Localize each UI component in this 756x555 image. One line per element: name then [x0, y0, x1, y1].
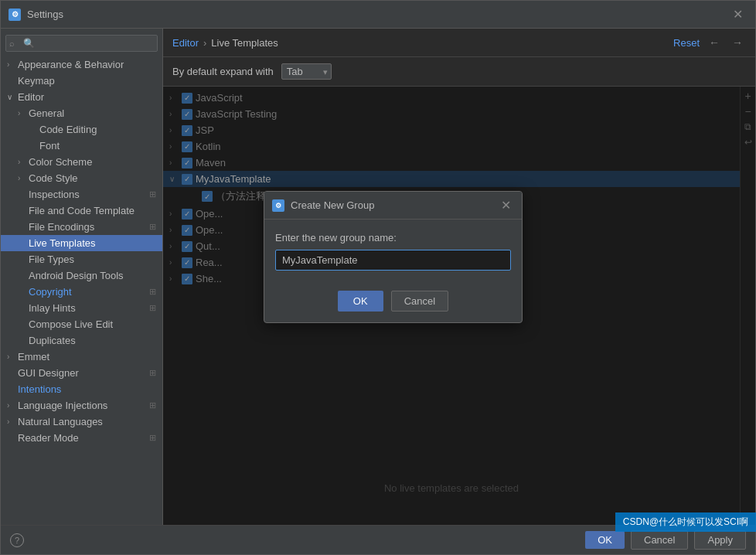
sidebar-item-label: Intentions	[18, 383, 61, 395]
inlay-hints-icon: ⊞	[149, 303, 156, 313]
modal-footer: OK Cancel	[264, 283, 522, 322]
sidebar-item-keymap[interactable]: Keymap	[1, 73, 162, 89]
help-button[interactable]: ?	[10, 533, 24, 547]
sidebar-item-label: Inspections	[29, 189, 80, 200]
header-actions: Reset ← →	[673, 35, 746, 50]
sidebar-item-language-injections[interactable]: › Language Injections ⊞	[1, 397, 162, 414]
sidebar-item-label: File and Code Template	[29, 205, 135, 216]
arrow-icon: ›	[7, 417, 15, 426]
sidebar-item-gui-designer[interactable]: GUI Designer ⊞	[1, 365, 162, 381]
sidebar-item-label: Emmet	[18, 351, 49, 363]
sidebar-item-label: File Encodings	[29, 221, 94, 233]
nav-forward-button[interactable]: →	[729, 35, 746, 50]
sidebar-item-label: Appearance & Behavior	[18, 59, 124, 70]
search-icon: ⌕	[9, 39, 15, 48]
search-box: ⌕	[5, 35, 158, 52]
sidebar-item-intentions[interactable]: Intentions	[1, 381, 162, 397]
sidebar-item-file-types[interactable]: File Types	[1, 251, 162, 267]
sidebar-item-natural-languages[interactable]: › Natural Languages	[1, 414, 162, 430]
gui-icon: ⊞	[149, 368, 156, 378]
content-area: ⌕ › Appearance & Behavior Keymap ∨ Edito…	[1, 29, 755, 525]
modal-cancel-button[interactable]: Cancel	[391, 291, 448, 312]
sidebar: ⌕ › Appearance & Behavior Keymap ∨ Edito…	[1, 29, 163, 525]
settings-window: ⚙ Settings ✕ ⌕ › Appearance & Behavior K…	[0, 0, 756, 555]
sidebar-item-label: File Types	[29, 254, 74, 265]
sidebar-item-label: Code Editing	[39, 124, 97, 135]
arrow-icon: ›	[7, 352, 15, 361]
apply-button[interactable]: Apply	[694, 530, 746, 550]
reset-button[interactable]: Reset	[673, 37, 700, 49]
sidebar-item-inlay-hints[interactable]: Inlay Hints ⊞	[1, 300, 162, 316]
sidebar-item-font[interactable]: Font	[1, 138, 162, 154]
create-group-modal: ⚙ Create New Group ✕ Enter the new group…	[264, 191, 523, 323]
expand-label: By default expand with	[172, 66, 274, 77]
sidebar-item-code-style[interactable]: › Code Style	[1, 170, 162, 186]
modal-title-content: ⚙ Create New Group	[272, 199, 374, 212]
modal-overlay: ⚙ Create New Group ✕ Enter the new group…	[163, 87, 755, 525]
sidebar-item-copyright[interactable]: Copyright ⊞	[1, 284, 162, 300]
title-bar: ⚙ Settings ✕	[1, 1, 755, 29]
sidebar-item-label: Font	[39, 140, 60, 152]
sidebar-item-live-templates[interactable]: Live Templates	[1, 235, 162, 251]
close-icon[interactable]: ✕	[728, 5, 747, 23]
panel-body: › ✓ JavaScript › ✓ JavaScript Testing › …	[163, 87, 755, 525]
main-panel: Editor › Live Templates Reset ← → By def…	[163, 29, 755, 525]
inspections-icon: ⊞	[149, 189, 156, 199]
nav-back-button[interactable]: ←	[706, 35, 723, 50]
expand-select[interactable]: Tab Space Enter	[281, 63, 332, 80]
sidebar-item-label: Copyright	[29, 286, 72, 298]
sidebar-item-color-scheme[interactable]: › Color Scheme	[1, 154, 162, 170]
sidebar-item-code-editing[interactable]: Code Editing	[1, 121, 162, 138]
reader-icon: ⊞	[149, 433, 156, 443]
sidebar-item-general[interactable]: › General	[1, 105, 162, 121]
breadcrumb: Editor › Live Templates	[172, 37, 278, 49]
modal-title: Create New Group	[291, 199, 374, 211]
sidebar-item-label: Language Injections	[18, 400, 107, 411]
arrow-icon: ∨	[7, 93, 15, 101]
sidebar-item-compose-live-edit[interactable]: Compose Live Edit	[1, 316, 162, 332]
bottom-left: ?	[10, 533, 24, 547]
sidebar-item-label: Code Style	[29, 172, 78, 184]
breadcrumb-parent[interactable]: Editor	[172, 37, 199, 49]
sidebar-item-label: Reader Mode	[18, 432, 79, 444]
modal-ok-button[interactable]: OK	[338, 291, 383, 312]
sidebar-item-label: Editor	[18, 91, 44, 103]
sidebar-item-editor[interactable]: ∨ Editor	[1, 89, 162, 105]
modal-close-button[interactable]: ✕	[498, 198, 514, 213]
cancel-button[interactable]: Cancel	[631, 530, 688, 550]
panel-header: Editor › Live Templates Reset ← →	[163, 29, 755, 57]
sidebar-item-inspections[interactable]: Inspections ⊞	[1, 186, 162, 203]
arrow-icon: ›	[18, 109, 26, 117]
expand-select-wrapper: Tab Space Enter	[281, 63, 332, 80]
ok-button[interactable]: OK	[585, 531, 625, 549]
sidebar-item-appearance[interactable]: › Appearance & Behavior	[1, 56, 162, 73]
search-input[interactable]	[5, 35, 158, 52]
group-name-input[interactable]	[275, 250, 511, 271]
arrow-icon: ›	[18, 174, 26, 182]
arrow-icon: ›	[7, 60, 15, 69]
modal-icon: ⚙	[272, 199, 284, 212]
sidebar-item-file-encodings[interactable]: File Encodings ⊞	[1, 219, 162, 235]
sidebar-item-label: Compose Live Edit	[29, 318, 113, 330]
title-bar-left: ⚙ Settings	[9, 9, 63, 21]
sidebar-item-android-design-tools[interactable]: Android Design Tools	[1, 267, 162, 284]
sidebar-item-label: Color Scheme	[29, 156, 92, 168]
sidebar-item-file-code-template[interactable]: File and Code Template	[1, 203, 162, 219]
sidebar-item-label: Android Design Tools	[29, 270, 124, 281]
sidebar-item-label: Natural Languages	[18, 416, 103, 427]
sidebar-item-label: Live Templates	[29, 237, 95, 249]
arrow-icon: ›	[18, 158, 26, 166]
lang-inj-icon: ⊞	[149, 400, 156, 410]
panel-toolbar: By default expand with Tab Space Enter	[163, 57, 755, 87]
sidebar-item-duplicates[interactable]: Duplicates	[1, 332, 162, 349]
sidebar-item-label: GUI Designer	[18, 367, 79, 379]
sidebar-item-emmet[interactable]: › Emmet	[1, 349, 162, 365]
modal-body: Enter the new group name:	[264, 220, 522, 283]
sidebar-item-reader-mode[interactable]: Reader Mode ⊞	[1, 430, 162, 446]
bottom-right: OK Cancel Apply	[585, 530, 746, 550]
app-icon: ⚙	[9, 9, 21, 21]
sidebar-item-label: Keymap	[18, 75, 55, 87]
file-enc-icon: ⊞	[149, 222, 156, 232]
copyright-icon: ⊞	[149, 287, 156, 297]
watermark: CSDN@什么时候可以发SCI啊	[615, 512, 756, 532]
